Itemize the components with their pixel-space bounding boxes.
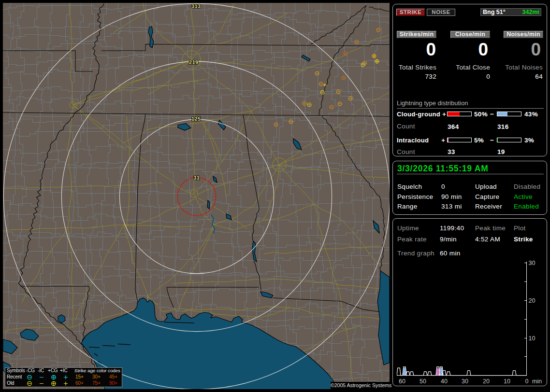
svg-text:40: 40 bbox=[441, 378, 448, 385]
svg-text:0: 0 bbox=[525, 378, 529, 385]
svg-text:20: 20 bbox=[483, 378, 490, 385]
svg-text:20: 20 bbox=[529, 297, 536, 304]
svg-text:10: 10 bbox=[529, 335, 536, 342]
svg-text:min: min bbox=[532, 378, 542, 385]
svg-text:219: 219 bbox=[189, 60, 199, 65]
svg-text:10: 10 bbox=[504, 378, 510, 385]
svg-text:50: 50 bbox=[420, 378, 426, 385]
svg-text:31: 31 bbox=[193, 175, 200, 181]
svg-text:313: 313 bbox=[191, 4, 201, 9]
svg-text:30: 30 bbox=[529, 260, 536, 266]
svg-text:125: 125 bbox=[191, 116, 201, 122]
svg-text:60: 60 bbox=[399, 378, 405, 385]
svg-text:30: 30 bbox=[462, 378, 468, 385]
